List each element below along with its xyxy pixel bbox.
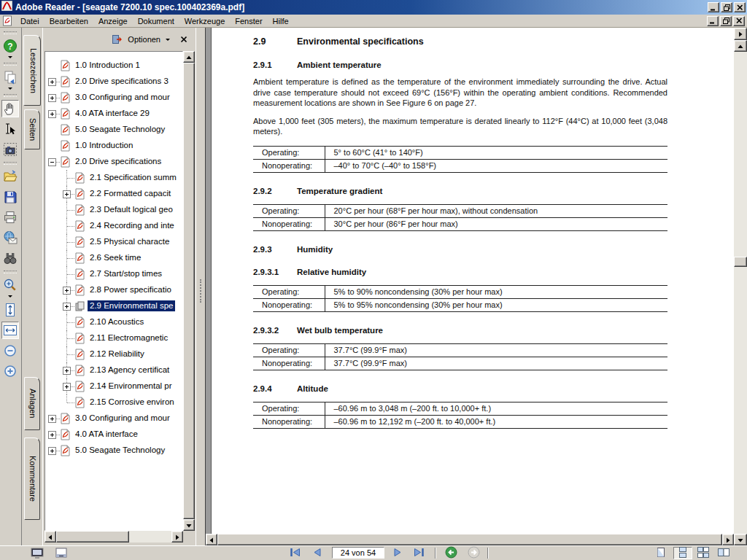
- create-pdf-button[interactable]: [1, 69, 19, 86]
- bookmark-item[interactable]: 2.2 Formatted capacit: [45, 186, 182, 202]
- menu-bearbeiten[interactable]: Bearbeiten: [44, 15, 93, 27]
- scroll-up-button[interactable]: [183, 51, 195, 63]
- expand-plus-icon[interactable]: [48, 447, 56, 455]
- tab-lesezeichen[interactable]: Lesezeichen: [23, 35, 41, 106]
- bookmark-item[interactable]: 2.6 Seek time: [45, 250, 182, 266]
- menu-anzeige[interactable]: Anzeige: [93, 15, 133, 27]
- bookmark-item[interactable]: 2.15 Corrosive environ: [45, 394, 182, 411]
- zoom-tool-button-dropdown[interactable]: [1, 294, 19, 298]
- tab-kommentare[interactable]: Kommentare: [24, 438, 40, 520]
- bookmark-item[interactable]: 2.4 Recording and inte: [45, 218, 182, 234]
- minimize-button[interactable]: [708, 2, 719, 12]
- open-button[interactable]: [1, 168, 19, 185]
- bookmark-item[interactable]: 2.12 Reliability: [45, 346, 182, 362]
- expand-plus-icon[interactable]: [63, 190, 71, 198]
- scroll-right-button[interactable]: [171, 531, 183, 542]
- scroll-down-button[interactable]: [183, 519, 195, 531]
- panel-resize-handle[interactable]: [196, 28, 206, 545]
- scrollbar-thumb[interactable]: [56, 531, 129, 542]
- book-layout-button[interactable]: [714, 547, 733, 559]
- bookmark-item[interactable]: 2.0 Drive specifications: [45, 154, 182, 170]
- last-page-button[interactable]: [410, 547, 427, 559]
- expand-plus-icon[interactable]: [63, 303, 71, 311]
- previous-view-button[interactable]: [442, 547, 460, 559]
- save-button[interactable]: [1, 188, 19, 206]
- page-indicator-input[interactable]: [332, 547, 384, 559]
- help-button[interactable]: ?: [1, 37, 19, 55]
- close-button[interactable]: [734, 2, 746, 12]
- bookmarks-horizontal-scrollbar[interactable]: [44, 531, 183, 542]
- bookmark-item[interactable]: 4.0 ATA interface 29: [45, 106, 182, 122]
- scrollbar-thumb[interactable]: [217, 534, 722, 545]
- toolbar-expand-button[interactable]: [734, 28, 747, 40]
- facing-layout-button[interactable]: [694, 547, 713, 559]
- document-vertical-scrollbar[interactable]: [734, 28, 747, 545]
- help-button-dropdown[interactable]: [1, 55, 19, 59]
- fit-page-button[interactable]: [1, 301, 19, 319]
- document-horizontal-scrollbar[interactable]: [206, 534, 734, 545]
- document-view[interactable]: 2.9Environmental specifications2.9.1Ambi…: [206, 28, 734, 534]
- screen-mode-button[interactable]: [31, 548, 44, 560]
- bookmark-item[interactable]: 5.0 Seagate Technology: [45, 122, 182, 138]
- bookmark-item[interactable]: 2.8 Power specificatio: [45, 282, 182, 298]
- zoom-out-button[interactable]: [1, 342, 19, 359]
- tab-seiten[interactable]: Seiten: [24, 109, 40, 149]
- scroll-left-button[interactable]: [206, 534, 217, 545]
- bookmark-item[interactable]: 3.0 Configuring and mour: [45, 411, 182, 427]
- menu-hilfe[interactable]: Hilfe: [268, 15, 294, 27]
- snapshot-tool-button[interactable]: [1, 141, 19, 158]
- expand-plus-icon[interactable]: [63, 287, 71, 295]
- bookmark-item[interactable]: 2.9 Environmental spe: [45, 298, 182, 314]
- scroll-right-button[interactable]: [722, 534, 734, 545]
- bookmark-item[interactable]: 2.10 Acoustics: [45, 314, 182, 330]
- create-pdf-button-dropdown[interactable]: [1, 86, 19, 90]
- bookmark-item[interactable]: 5.0 Seagate Technology: [45, 443, 182, 459]
- collapse-minus-icon[interactable]: [48, 158, 56, 166]
- expand-plus-icon[interactable]: [63, 383, 71, 391]
- previous-page-button[interactable]: [309, 547, 326, 559]
- fit-width-button[interactable]: [1, 322, 19, 339]
- expand-plus-icon[interactable]: [48, 94, 56, 102]
- bookmark-item[interactable]: 2.13 Agency certificat: [45, 362, 182, 378]
- print-button[interactable]: [1, 209, 19, 226]
- scroll-up-button[interactable]: [734, 40, 747, 52]
- menu-dokument[interactable]: Dokument: [133, 15, 179, 27]
- bookmark-item[interactable]: 2.5 Physical characte: [45, 234, 182, 250]
- bookmarks-vertical-scrollbar[interactable]: [183, 51, 195, 531]
- email-button[interactable]: [1, 229, 19, 246]
- bookmark-item[interactable]: 2.3 Default logical geo: [45, 202, 182, 218]
- scrollbar-thumb[interactable]: [183, 63, 195, 519]
- tab-anlagen[interactable]: Anlagen: [24, 377, 40, 430]
- bookmark-item[interactable]: 1.0 Introduction: [45, 138, 182, 154]
- bookmark-item[interactable]: 4.0 ATA interface: [45, 427, 182, 443]
- expand-plus-icon[interactable]: [48, 431, 56, 439]
- scroll-down-button[interactable]: [734, 534, 747, 545]
- bookmark-item[interactable]: 3.0 Configuring and mour: [45, 90, 182, 106]
- expand-plus-icon[interactable]: [48, 110, 56, 118]
- bookmark-item[interactable]: 2.7 Start/stop times: [45, 266, 182, 282]
- bookmark-item[interactable]: 2.14 Environmental pr: [45, 378, 182, 394]
- restore-button[interactable]: [721, 2, 732, 12]
- options-button[interactable]: Optionen: [126, 34, 162, 44]
- select-text-button[interactable]: [1, 120, 19, 138]
- bookmark-item[interactable]: 1.0 Introduction 1: [45, 58, 182, 74]
- expand-plus-icon[interactable]: [48, 415, 56, 423]
- menu-fenster[interactable]: Fenster: [230, 15, 267, 27]
- continuous-layout-button[interactable]: [673, 547, 692, 559]
- search-button[interactable]: [1, 249, 19, 267]
- bookmark-item[interactable]: 2.0 Drive specifications 3: [45, 74, 182, 90]
- panel-close-button[interactable]: [179, 34, 188, 46]
- single-page-layout-button[interactable]: [651, 547, 670, 559]
- doc-restore-button[interactable]: [720, 16, 732, 26]
- expand-plus-icon[interactable]: [63, 367, 71, 375]
- statusbar-toggle-button[interactable]: [55, 548, 67, 560]
- zoom-in-button[interactable]: [1, 362, 19, 380]
- hand-tool-button[interactable]: [1, 100, 19, 117]
- menu-datei[interactable]: Datei: [15, 15, 44, 27]
- bookmark-item[interactable]: 2.11 Electromagnetic: [45, 330, 182, 346]
- menu-werkzeuge[interactable]: Werkzeuge: [179, 15, 230, 27]
- doc-close-button[interactable]: [733, 16, 745, 26]
- first-page-button[interactable]: [286, 547, 303, 559]
- expand-plus-icon[interactable]: [48, 78, 56, 86]
- next-page-button[interactable]: [389, 547, 406, 559]
